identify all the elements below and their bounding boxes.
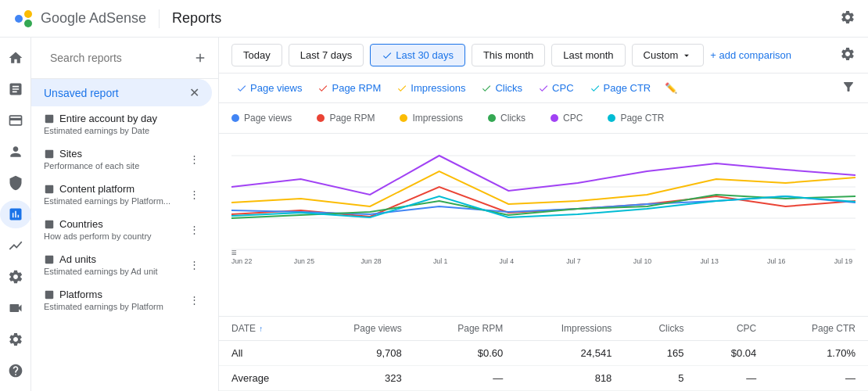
reports-icon	[8, 206, 23, 222]
sort-icon[interactable]: ↑	[259, 325, 263, 333]
last7days-button[interactable]: Last 7 days	[289, 44, 364, 66]
header-divider	[159, 9, 160, 28]
sidebar-item-info: Entire account by day Estimated earnings…	[44, 113, 157, 135]
sidebar-item-countries[interactable]: Countries How ads perform by country ⋮	[31, 212, 212, 247]
privacy-icon	[8, 175, 23, 191]
nav-help[interactable]	[0, 357, 31, 385]
metric-clicks[interactable]: Clicks	[476, 81, 527, 95]
metric-impressions[interactable]: Impressions	[392, 81, 470, 95]
check-icon5	[538, 83, 549, 94]
sidebar-item-active[interactable]: Unsaved report ✕	[31, 79, 212, 106]
svg-text:Jun 28: Jun 28	[360, 257, 381, 265]
nav-accounts[interactable]	[0, 138, 31, 166]
metric-chips: Page views Page RPM Impressions Clicks C…	[219, 74, 868, 103]
legend-pageviews: Page views	[231, 113, 292, 124]
add-icon	[193, 51, 207, 65]
svg-text:Jun 25: Jun 25	[294, 257, 314, 265]
sidebar-item-content-platform[interactable]: Content platform Estimated earnings by P…	[31, 177, 212, 212]
add-comparison-button[interactable]: + add comparison	[710, 49, 791, 61]
nav-optimization[interactable]	[0, 231, 31, 260]
close-active-item[interactable]: ✕	[189, 85, 199, 100]
nav-home[interactable]	[0, 44, 31, 72]
settings-button[interactable]	[840, 9, 855, 27]
cell-cpc-avg: —	[696, 366, 769, 391]
svg-text:Jun 22: Jun 22	[231, 257, 252, 265]
sidebar-item-menu-countries[interactable]: ⋮	[189, 224, 199, 235]
sidebar-item-menu-content[interactable]: ⋮	[189, 188, 199, 200]
left-nav	[0, 38, 31, 391]
sidebar-item-name: Platforms	[44, 289, 163, 300]
line-chart: Jun 22 Jun 25 Jun 28 Jul 1 Jul 4 Jul 7 J…	[219, 134, 868, 316]
sidebar-item-info: Content platform Estimated earnings by P…	[44, 183, 170, 206]
cell-pagectr-all: 1.70%	[769, 341, 868, 366]
accounts-icon	[8, 144, 23, 160]
lastmonth-button[interactable]: Last month	[551, 44, 625, 66]
report-icon5	[44, 254, 55, 265]
table-row: Average 323 — 818 5 — —	[219, 366, 868, 391]
sidebar-item-info: Ad units Estimated earnings by Ad unit	[44, 253, 158, 276]
app-layout: Unsaved report ✕ Entire account by day E…	[0, 38, 868, 391]
sidebar-item-info: Countries How ads perform by country	[44, 218, 152, 241]
cell-cpc-all: $0.04	[696, 341, 769, 366]
col-cpc: CPC	[696, 317, 769, 341]
metric-pagectr[interactable]: Page CTR	[585, 81, 656, 95]
legend-dot-pageviews	[231, 114, 239, 122]
toolbar-right	[840, 46, 855, 64]
nav-content[interactable]	[0, 75, 31, 103]
col-date: DATE ↑	[219, 317, 309, 341]
today-button[interactable]: Today	[231, 44, 282, 66]
optimization-icon	[8, 238, 23, 253]
sidebar-item-platforms[interactable]: Platforms Estimated earnings by Platform…	[31, 282, 212, 317]
nav-payment[interactable]	[0, 106, 31, 135]
sidebar-item-sites[interactable]: Sites Performance of each site ⋮	[31, 142, 212, 177]
legend-dot-clicks	[488, 114, 496, 122]
sidebar-item-menu-adunits[interactable]: ⋮	[189, 259, 199, 271]
sidebar-item-info: Platforms Estimated earnings by Platform	[44, 289, 163, 311]
main-content: Today Last 7 days Last 30 days This mont…	[219, 38, 868, 391]
nav-experiments[interactable]	[0, 263, 31, 291]
report-settings-button[interactable]	[840, 46, 855, 64]
sidebar-item-name: Ad units	[44, 253, 158, 265]
nav-video[interactable]	[0, 294, 31, 322]
svg-text:≡: ≡	[231, 247, 237, 258]
gear-icon	[840, 46, 855, 62]
svg-text:Jul 19: Jul 19	[834, 257, 852, 265]
settings-nav-icon	[8, 332, 23, 347]
help-icon	[8, 363, 23, 378]
thismonth-button[interactable]: This month	[472, 44, 545, 66]
sidebar-item-ad-units[interactable]: Ad units Estimated earnings by Ad unit ⋮	[31, 247, 212, 282]
sidebar-item-name: Entire account by day	[44, 113, 157, 124]
metric-pagerpm[interactable]: Page RPM	[313, 81, 386, 95]
cell-pagectr-avg: —	[769, 366, 868, 391]
svg-text:Jul 1: Jul 1	[433, 257, 448, 265]
add-report-button[interactable]	[193, 47, 207, 69]
chevron-down-icon	[681, 50, 692, 61]
sidebar-item-menu-platforms[interactable]: ⋮	[189, 294, 199, 306]
date-toolbar: Today Last 7 days Last 30 days This mont…	[219, 38, 868, 74]
sidebar-item-entire-account[interactable]: Entire account by day Estimated earnings…	[31, 106, 212, 142]
nav-privacy[interactable]	[0, 169, 31, 197]
nav-settings[interactable]	[0, 325, 31, 353]
settings-icon	[840, 9, 855, 25]
cell-pagerpm-avg: —	[414, 366, 516, 391]
legend-pagerpm: Page RPM	[317, 113, 375, 124]
sidebar-item-name: Countries	[44, 218, 152, 230]
sidebar-item-menu-sites[interactable]: ⋮	[189, 153, 199, 165]
svg-text:Jul 13: Jul 13	[700, 257, 718, 265]
check-icon	[236, 83, 247, 94]
content-icon	[8, 81, 23, 97]
legend-pagectr: Page CTR	[608, 113, 664, 124]
metric-pageviews[interactable]: Page views	[231, 81, 307, 95]
cell-clicks-avg: 5	[624, 366, 696, 391]
last30days-button[interactable]: Last 30 days	[370, 44, 465, 66]
nav-reports[interactable]	[0, 200, 31, 228]
cell-pageviews-all: 9,708	[309, 341, 414, 366]
filter-button[interactable]	[841, 80, 855, 96]
metric-cpc[interactable]: CPC	[533, 81, 578, 95]
check-icon6	[590, 83, 601, 94]
filter-icon	[841, 80, 855, 94]
page-title: Reports	[172, 10, 221, 27]
custom-button[interactable]: Custom	[632, 44, 705, 66]
edit-metrics-button[interactable]: ✏️	[665, 82, 677, 94]
search-input[interactable]	[50, 52, 187, 64]
